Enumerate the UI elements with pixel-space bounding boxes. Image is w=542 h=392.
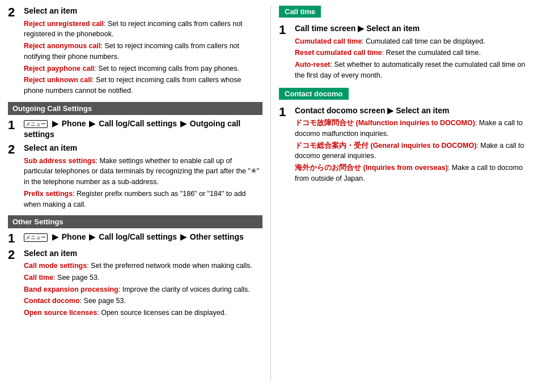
term-overseas-inquiries: 海外からのお問合せ (Inquiries from overseas) <box>295 164 448 172</box>
contact-docomo-step-title-1: Contact docomo screen ▶ Select an item <box>295 105 534 117</box>
outgoing-step-content-2: Select an item Sub address settings: Mak… <box>24 143 262 211</box>
term-reject-unregistered: Reject unregistered call <box>24 20 104 28</box>
arrow-2: ▶ <box>89 119 95 128</box>
step-2-reject: 2 Select an item Reject unregistered cal… <box>8 6 262 97</box>
term-reject-anonymous: Reject anonymous call <box>24 42 100 50</box>
term-open-source: Open source licenses <box>24 309 97 317</box>
term-band-expansion: Band expansion processing <box>24 286 118 293</box>
outgoing-step-content-1: メニュー ▶ Phone ▶ Call log/Call settings ▶ … <box>24 118 262 140</box>
outgoing-items: Sub address settings: Make settings whet… <box>24 156 262 210</box>
call-time-items: Cumulated call time: Cumulated call time… <box>295 36 534 81</box>
term-general-inquiries: ドコモ総合案内・受付 (General inquiries to DOCOMO) <box>295 142 476 150</box>
contact-docomo-step-number-1: 1 <box>279 105 291 119</box>
arrow-3: ▶ <box>180 119 187 128</box>
contact-docomo-step-1: 1 Contact docomo screen ▶ Select an item… <box>279 105 534 185</box>
outgoing-step-1: 1 メニュー ▶ Phone ▶ Call log/Call settings … <box>8 118 262 140</box>
term-auto-reset: Auto-reset <box>295 61 331 69</box>
contact-docomo-step-content-1: Contact docomo screen ▶ Select an item ド… <box>295 105 534 185</box>
term-reject-unknown: Reject unknown call <box>24 76 92 84</box>
term-reset-cumulated: Reset cumulated call time <box>295 49 382 57</box>
call-time-step-content-1: Call time screen ▶ Select an item Cumula… <box>295 23 534 82</box>
outgoing-step-title-2: Select an item <box>24 143 262 154</box>
left-column: 2 Select an item Reject unregistered cal… <box>0 6 271 381</box>
term-malfunction: ドコモ故障問合せ (Malfunction inquiries to DOCOM… <box>295 119 475 127</box>
term-reject-payphone: Reject payphone call <box>24 65 94 73</box>
outgoing-call-settings-header: Outgoing Call Settings <box>8 102 262 115</box>
right-column: Call time 1 Call time screen ▶ Select an… <box>271 6 542 381</box>
call-time-step-1: 1 Call time screen ▶ Select an item Cumu… <box>279 23 534 82</box>
arrow-6: ▶ <box>180 232 187 241</box>
arrow-1: ▶ <box>52 119 58 128</box>
term-call-time: Call time <box>24 274 53 282</box>
other-step-1: 1 メニュー ▶ Phone ▶ Call log/Call settings … <box>8 232 262 245</box>
step-number-2a: 2 <box>8 6 20 19</box>
term-contact-docomo-link: Contact docomo <box>24 297 80 305</box>
other-step-number-2: 2 <box>8 248 20 262</box>
menu-icon-outgoing: メニュー <box>24 120 48 129</box>
other-step-title-2: Select an item <box>24 248 262 259</box>
outgoing-step-2: 2 Select an item Sub address settings: M… <box>8 143 262 211</box>
other-step-content-1: メニュー ▶ Phone ▶ Call log/Call settings ▶ … <box>24 232 262 243</box>
other-items: Call mode settings: Set the preferred ne… <box>24 261 262 318</box>
arrow-4: ▶ <box>52 232 58 241</box>
term-sub-address: Sub address settings <box>24 157 95 165</box>
call-time-header: Call time <box>279 6 321 18</box>
outgoing-step-number-1: 1 <box>8 118 20 132</box>
arrow-5: ▶ <box>89 232 95 241</box>
other-step-2: 2 Select an item Call mode settings: Set… <box>8 248 262 319</box>
other-step-content-2: Select an item Call mode settings: Set t… <box>24 248 262 319</box>
reject-items: Reject unregistered call: Set to reject … <box>24 19 262 96</box>
step-content-2a: Select an item Reject unregistered call:… <box>24 6 262 97</box>
outgoing-step-number-2: 2 <box>8 143 20 156</box>
contact-docomo-header: Contact docomo <box>279 88 349 100</box>
contact-docomo-items: ドコモ故障問合せ (Malfunction inquiries to DOCOM… <box>295 118 534 184</box>
term-cumulated-call-time: Cumulated call time <box>295 37 362 45</box>
term-prefix: Prefix settings <box>24 190 73 198</box>
other-step-title-1: メニュー ▶ Phone ▶ Call log/Call settings ▶ … <box>24 232 262 243</box>
term-call-mode: Call mode settings <box>24 262 87 270</box>
call-time-step-title-1: Call time screen ▶ Select an item <box>295 23 534 35</box>
menu-icon-other: メニュー <box>24 233 48 242</box>
step-title-2a: Select an item <box>24 6 262 17</box>
other-step-number-1: 1 <box>8 232 20 245</box>
outgoing-step-title-1: メニュー ▶ Phone ▶ Call log/Call settings ▶ … <box>24 118 262 140</box>
call-time-step-number-1: 1 <box>279 23 291 37</box>
other-settings-header: Other Settings <box>8 215 262 228</box>
